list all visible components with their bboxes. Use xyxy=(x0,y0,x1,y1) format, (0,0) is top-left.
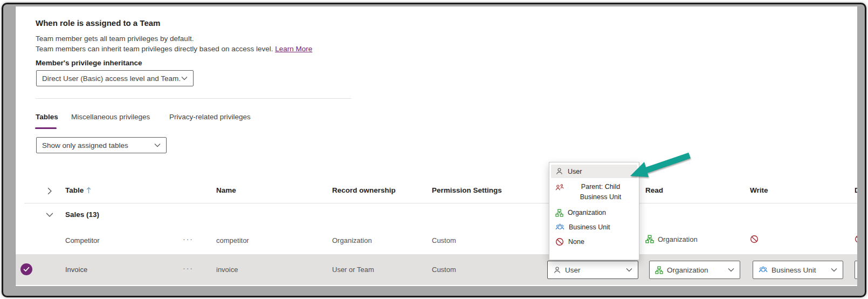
column-header-name[interactable]: Name xyxy=(216,186,236,194)
business-unit-icon xyxy=(555,223,564,231)
description-line-2: Team members can inherit team privileges… xyxy=(36,45,312,53)
annotation-arrow xyxy=(615,146,696,184)
chevron-down-icon xyxy=(154,143,161,147)
page-title: When role is assigned to a Team xyxy=(36,18,160,28)
security-role-panel: When role is assigned to a Team Team mem… xyxy=(15,6,857,286)
cell-record-ownership: Organization xyxy=(332,236,372,244)
table-row-invoice[interactable]: Invoice ··· invoice User or Team Custom … xyxy=(16,254,857,285)
column-header-permission-settings[interactable]: Permission Settings xyxy=(432,186,502,194)
tab-miscellaneous-privileges[interactable]: Miscellaneous privileges xyxy=(71,113,150,121)
row-overflow-icon[interactable]: ··· xyxy=(183,264,194,273)
active-tab-indicator xyxy=(35,127,57,129)
none-icon xyxy=(555,237,564,246)
table-row-competitor[interactable]: Competitor ··· competitor Organization C… xyxy=(16,228,857,254)
chevron-down-icon xyxy=(626,268,632,272)
write-privilege-select[interactable]: Business Unit xyxy=(753,261,843,279)
user-icon xyxy=(553,266,561,274)
screenshot-canvas: When role is assigned to a Team Team mem… xyxy=(0,0,868,299)
none-icon-clipped xyxy=(855,235,857,243)
flyout-option-organization[interactable]: Organization xyxy=(551,206,637,220)
cell-table: Invoice xyxy=(65,266,87,274)
privilege-inheritance-select[interactable]: Direct User (Basic) access level and Tea… xyxy=(36,70,194,86)
expand-all-chevron-icon[interactable] xyxy=(46,187,53,195)
cell-name: competitor xyxy=(216,236,249,244)
user-icon xyxy=(555,167,563,175)
section-divider xyxy=(36,98,351,99)
organization-icon xyxy=(555,209,563,217)
description-text: Team members can inherit team privileges… xyxy=(36,45,273,53)
cell-name: invoice xyxy=(216,266,238,274)
cell-read: Organization xyxy=(645,235,698,243)
column-header-record-ownership[interactable]: Record ownership xyxy=(332,186,396,194)
organization-icon xyxy=(655,266,663,274)
chevron-down-icon xyxy=(831,268,837,272)
learn-more-link[interactable]: Learn More xyxy=(275,45,312,53)
write-privilege-value: Business Unit xyxy=(771,266,816,274)
table-header-row: Table Name Record ownership Permission S… xyxy=(16,180,857,203)
business-unit-icon xyxy=(759,266,768,274)
cell-write xyxy=(750,235,759,243)
chevron-down-icon xyxy=(181,76,188,80)
table-filter-select[interactable]: Show only assigned tables xyxy=(36,137,167,153)
description-line-1: Team member gets all team privileges by … xyxy=(36,35,194,43)
delete-privilege-select-clipped[interactable] xyxy=(855,261,857,279)
parent-child-business-unit-icon xyxy=(555,184,564,191)
create-privilege-select[interactable]: User xyxy=(547,261,638,279)
tab-privacy-related-privileges[interactable]: Privacy-related privileges xyxy=(169,113,251,121)
column-header-table[interactable]: Table xyxy=(65,186,91,194)
read-privilege-value: Organization xyxy=(667,266,708,274)
read-privilege-select[interactable]: Organization xyxy=(649,261,740,279)
create-privilege-value: User xyxy=(565,266,581,274)
chevron-down-icon xyxy=(728,268,734,272)
sort-ascending-icon xyxy=(86,187,91,194)
privilege-inheritance-label: Member's privilege inheritance xyxy=(36,59,142,67)
row-overflow-icon[interactable]: ··· xyxy=(183,235,194,243)
cell-table: Competitor xyxy=(65,236,100,244)
column-header-read[interactable]: Read xyxy=(645,186,663,194)
column-header-write[interactable]: Write xyxy=(750,186,768,194)
organization-icon xyxy=(645,235,654,243)
cell-permission-settings: Custom xyxy=(432,236,456,244)
column-header-delete-clipped[interactable]: D xyxy=(855,186,857,194)
cell-record-ownership: User or Team xyxy=(332,266,374,274)
flyout-option-business-unit[interactable]: Business Unit xyxy=(551,221,637,234)
group-label[interactable]: Sales (13) xyxy=(65,210,99,219)
none-icon xyxy=(750,235,759,243)
tab-tables[interactable]: Tables xyxy=(36,113,58,121)
group-row-sales: Sales (13) xyxy=(16,203,857,228)
privilege-inheritance-value: Direct User (Basic) access level and Tea… xyxy=(42,74,181,83)
collapse-group-chevron-icon[interactable] xyxy=(46,212,53,218)
row-selected-check-icon[interactable] xyxy=(20,263,32,275)
flyout-option-none[interactable]: None xyxy=(551,235,637,249)
table-filter-value: Show only assigned tables xyxy=(42,141,128,150)
cell-permission-settings: Custom xyxy=(432,266,456,274)
